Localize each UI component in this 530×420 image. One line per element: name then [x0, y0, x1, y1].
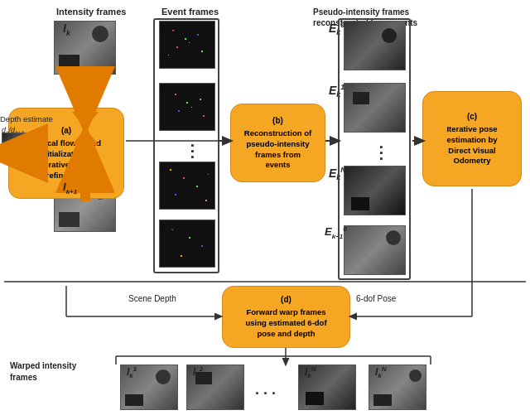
box-a-label: (a)	[31, 125, 101, 136]
box-d-label: (d)	[245, 294, 326, 305]
depth-estimate-label: Depth estimate	[0, 114, 54, 124]
warpedN-label: IkN	[305, 365, 316, 379]
ekN-label: ekN	[164, 162, 178, 176]
warped2-label: Ik2	[193, 365, 203, 379]
warped-label: Warped intensityframes	[10, 360, 76, 384]
depth-img	[2, 133, 36, 162]
warpedN2-label: IkN	[375, 365, 387, 379]
box-c-label: (c)	[446, 111, 497, 122]
box-b-label: (b)	[244, 115, 311, 126]
ik1-label: Ik+1	[63, 181, 77, 196]
box-c-text: Iterative poseestimation byDirect Visual…	[446, 124, 497, 167]
ek1-label: ek1	[164, 84, 177, 98]
diagram-container: Intensity frames Event frames Pseudo-int…	[0, 0, 530, 420]
box-a-text: Optical flow basedinitialization +Iterat…	[31, 138, 101, 181]
process-box-d: (d) Forward warp framesusing estimated 6…	[222, 286, 350, 348]
process-box-c: (c) Iterative poseestimation byDirect Vi…	[422, 91, 522, 186]
pseudo-strip-border	[338, 18, 411, 280]
ekbottom-label: ek	[164, 220, 173, 234]
warped-dots: . . .	[255, 381, 276, 398]
box-d-text: Forward warp framesusing estimated 6-dof…	[245, 307, 326, 339]
warped1-label: Ik1	[127, 365, 137, 379]
event-strip-border	[153, 18, 219, 273]
intensity-frames-label: Intensity frames	[56, 7, 126, 17]
process-box-b: (b) Reconstruction ofpseudo-intensityfra…	[230, 104, 325, 182]
box-b-text: Reconstruction ofpseudo-intensityframes …	[244, 128, 311, 171]
six-dof-label: 6-dof Pose	[356, 294, 396, 303]
ek0-label: ek0	[164, 22, 177, 36]
scene-depth-label: Scene Depth	[128, 294, 176, 303]
event-frames-label: Event frames	[161, 7, 219, 17]
ik-label: Ik	[63, 22, 70, 37]
